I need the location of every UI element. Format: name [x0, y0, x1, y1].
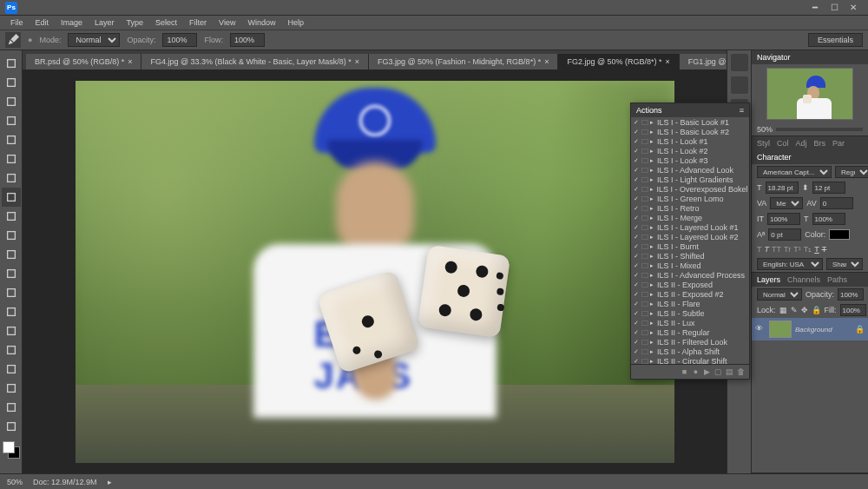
move-tool[interactable]: [2, 54, 21, 73]
menu-file[interactable]: File: [5, 17, 29, 29]
action-item-0[interactable]: ✓▸ILS I - Basic Look #1: [631, 117, 749, 127]
rectangle-tool[interactable]: [2, 379, 21, 398]
action-item-10[interactable]: ✓▸ILS I - Merge: [631, 213, 749, 222]
zoom-tool[interactable]: [2, 417, 21, 436]
action-item-17[interactable]: ✓▸ILS II - Exposed: [631, 280, 749, 289]
panel-tab-col[interactable]: Col: [777, 139, 789, 148]
action-item-22[interactable]: ✓▸ILS II - Regular: [631, 327, 749, 337]
lock-position-icon[interactable]: ✥: [801, 306, 808, 314]
font-family-select[interactable]: American Capt...: [757, 166, 832, 178]
document-tab-3[interactable]: FG2.jpg @ 50% (RGB/8*) *×: [558, 54, 679, 69]
action-item-13[interactable]: ✓▸ILS I - Burnt: [631, 241, 749, 251]
menu-type[interactable]: Type: [122, 17, 149, 29]
action-item-2[interactable]: ✓▸ILS I - Look #1: [631, 136, 749, 146]
action-item-20[interactable]: ✓▸ILS II - Subtle: [631, 308, 749, 318]
action-item-7[interactable]: ✓▸ILS I - Overexposed Bokeh: [631, 184, 749, 194]
type-tool[interactable]: [2, 340, 21, 360]
navigator-tab[interactable]: Navigator: [757, 53, 791, 62]
blur-tool[interactable]: [2, 283, 21, 302]
maximize-button[interactable]: ☐: [825, 2, 844, 14]
menu-select[interactable]: Select: [150, 17, 182, 29]
hand-tool[interactable]: [2, 398, 21, 417]
crop-tool[interactable]: [2, 130, 21, 149]
stamp-tool[interactable]: [2, 207, 21, 226]
brush-preset-icon[interactable]: ●: [28, 36, 32, 44]
action-item-25[interactable]: ✓▸ILS II - Circular Shift: [631, 356, 749, 364]
navigator-thumbnail[interactable]: [766, 68, 853, 120]
flow-input[interactable]: [230, 33, 265, 47]
lasso-tool[interactable]: [2, 92, 21, 111]
action-item-18[interactable]: ✓▸ILS II - Exposed #2: [631, 289, 749, 299]
lock-all-icon[interactable]: 🔒: [812, 306, 821, 314]
new-action-icon[interactable]: ▤: [725, 367, 734, 376]
pen-tool[interactable]: [2, 321, 21, 340]
text-color-swatch[interactable]: [829, 229, 850, 240]
eraser-tool[interactable]: [2, 245, 21, 264]
panel-tab-adj[interactable]: Adj: [796, 139, 807, 148]
action-item-21[interactable]: ✓▸ILS II - Lux: [631, 318, 749, 327]
layer-row-background[interactable]: 👁 Background 🔒: [752, 318, 868, 340]
layer-opacity-input[interactable]: [838, 288, 864, 301]
mode-select[interactable]: Normal: [68, 33, 120, 47]
font-style-select[interactable]: Regular: [835, 166, 868, 178]
menu-window[interactable]: Window: [242, 17, 280, 29]
action-item-23[interactable]: ✓▸ILS II - Filtered Look: [631, 337, 749, 347]
actions-tab[interactable]: Actions: [636, 106, 662, 115]
tab-close-icon[interactable]: ×: [544, 57, 549, 66]
record-icon[interactable]: ●: [691, 367, 700, 376]
language-select[interactable]: English: USA: [757, 258, 823, 270]
action-item-1[interactable]: ✓▸ILS I - Basic Look #2: [631, 127, 749, 136]
hscale-input[interactable]: [812, 213, 845, 225]
close-button[interactable]: ✕: [844, 2, 863, 14]
vscale-input[interactable]: [767, 213, 800, 225]
document-tab-1[interactable]: FG4.jpg @ 33.3% (Black & White - Basic, …: [141, 54, 368, 69]
kerning-select[interactable]: Metrics: [770, 197, 803, 209]
action-item-16[interactable]: ✓▸ILS I - Advanced Process: [631, 270, 749, 280]
lock-transparency-icon[interactable]: ▦: [779, 306, 787, 314]
history-icon[interactable]: [731, 54, 748, 71]
menu-filter[interactable]: Filter: [184, 17, 212, 29]
menu-edit[interactable]: Edit: [30, 17, 55, 29]
action-item-9[interactable]: ✓▸ILS I - Retro: [631, 203, 749, 213]
action-item-6[interactable]: ✓▸ILS I - Light Gradients: [631, 175, 749, 184]
action-item-11[interactable]: ✓▸ILS I - Layered Look #1: [631, 222, 749, 232]
leading-input[interactable]: [812, 182, 845, 194]
canvas-holder[interactable]: E JAYS: [23, 69, 727, 473]
path-tool[interactable]: [2, 360, 21, 379]
panel-tab-styl[interactable]: Styl: [757, 139, 770, 148]
workspace-switcher[interactable]: Essentials: [808, 33, 863, 47]
trash-icon[interactable]: 🗑: [736, 367, 746, 376]
history-brush-tool[interactable]: [2, 226, 21, 245]
antialiasing-select[interactable]: Sharp: [826, 258, 863, 270]
document-tab-4[interactable]: FG1.jpg @ 50% (RGB/8*)×: [680, 54, 727, 69]
action-item-4[interactable]: ✓▸ILS I - Look #3: [631, 155, 749, 165]
new-set-icon[interactable]: ▢: [713, 367, 723, 376]
menu-image[interactable]: Image: [56, 17, 88, 29]
status-zoom[interactable]: 50%: [7, 478, 23, 486]
paths-tab[interactable]: Paths: [827, 275, 847, 284]
visibility-icon[interactable]: 👁: [755, 324, 766, 334]
tab-close-icon[interactable]: ×: [355, 57, 359, 66]
heal-tool[interactable]: [2, 169, 21, 188]
font-size-input[interactable]: [766, 182, 799, 194]
status-arrow-icon[interactable]: ▸: [108, 478, 112, 486]
gradient-tool[interactable]: [2, 264, 21, 283]
tab-close-icon[interactable]: ×: [128, 57, 132, 66]
nav-zoom-slider[interactable]: [776, 128, 863, 131]
opacity-input[interactable]: [162, 33, 197, 47]
brush-tool[interactable]: [2, 188, 21, 207]
layers-tab[interactable]: Layers: [757, 275, 780, 284]
channels-tab[interactable]: Channels: [787, 275, 820, 284]
document-tab-0[interactable]: BR.psd @ 50% (RGB/8) *×: [26, 54, 141, 69]
actions-icon[interactable]: [731, 76, 748, 94]
action-item-5[interactable]: ✓▸ILS I - Advanced Look: [631, 165, 749, 175]
tab-close-icon[interactable]: ×: [666, 57, 670, 66]
menu-help[interactable]: Help: [282, 17, 309, 29]
action-item-8[interactable]: ✓▸ILS I - Green Lomo: [631, 194, 749, 203]
panel-tab-par[interactable]: Par: [832, 139, 845, 148]
action-item-12[interactable]: ✓▸ILS I - Layered Look #2: [631, 232, 749, 241]
stop-icon[interactable]: ■: [680, 367, 689, 376]
character-tab[interactable]: Character: [757, 153, 792, 162]
fill-input[interactable]: [840, 304, 866, 316]
eyedropper-tool[interactable]: [2, 149, 21, 169]
